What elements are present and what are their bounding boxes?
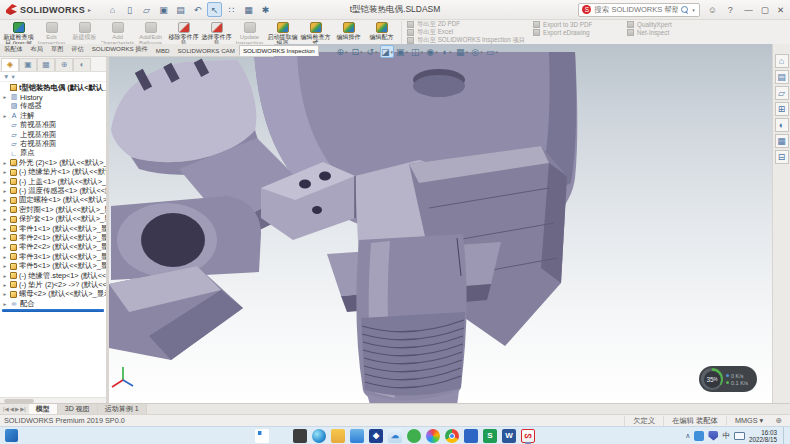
search-button[interactable] [274,429,288,443]
tab-sw-cam[interactable]: SOLIDWORKS CAM [173,45,238,56]
photos-icon[interactable]: ◆ [369,429,383,443]
display-settings-icon[interactable]: ▦ [241,2,256,17]
tree-component[interactable]: ▸ 螺母<2> (默认<<默认>_显示状态 [0,290,106,299]
launch-extraction-editor-button[interactable]: 启动提取编辑器 [266,21,299,44]
tree-origin[interactable]: ▸ ∟ 原点 [0,149,106,158]
print-icon[interactable]: ▤ [173,2,188,17]
expand-arrow-icon[interactable]: ▸ [2,291,8,297]
tree-annotations[interactable]: ▸ A 注解 [0,111,106,120]
export-inspection-project-item[interactable]: 导出至 SOLIDWORKS Inspection 项目 [407,37,529,45]
section-view-icon[interactable]: ◪▾ [380,45,394,58]
solidworks-icon[interactable]: ᔕ [521,429,535,443]
remove-balloons-button[interactable]: 移除零件序号 [167,21,200,44]
add-characteristic-button[interactable]: Add Characteristic [101,21,134,44]
export-edrawing-item[interactable]: Export eDrawing [533,29,623,37]
tree-component[interactable]: ▸ (-) 绝缘管.step<1> (默认<<默认> [0,271,106,280]
expand-arrow-icon[interactable]: ▸ [2,226,8,232]
filter-dropdown-icon[interactable]: ▾ [11,73,14,81]
hide-show-items-icon[interactable]: ◉▾ [425,45,439,58]
sw-resources-icon[interactable]: ⌂ [775,54,789,68]
net-speed-monitor[interactable]: 35% 0 K/s 0.1 K/s [699,366,757,392]
tree-component[interactable]: ▸ 固定螺栓<1> (默认<<默认>_显示状 [0,196,106,205]
tree-mates[interactable]: ▸ ∞ 配合 [0,299,106,308]
comment-icon[interactable]: ▭▾ [485,45,499,58]
tree-component[interactable]: ▸ 密封圈<1> (默认<<默认>_显示状态 [0,205,106,214]
design-library-icon[interactable]: ▤ [775,70,789,84]
help-search-box[interactable]: S ▾ [578,3,700,17]
configurationmanager-tab[interactable]: ▦ [37,58,55,71]
show-desktop-button[interactable] [783,427,786,444]
menu-expand-icon[interactable]: ▸ [88,6,91,13]
tray-chevron-up-icon[interactable]: ∧ [685,432,690,440]
onedrive-icon[interactable]: ☁ [388,429,402,443]
scroll-right-button[interactable]: ▶ [15,406,19,412]
edit-appearance-icon[interactable]: ◐▾ [440,45,454,58]
tree-component[interactable]: ▸ (-) 上盖<1> (默认<<默认>_显示状态 [0,177,106,186]
app-green-icon[interactable] [407,429,421,443]
login-icon[interactable]: ☺ [706,5,718,15]
search-dropdown-icon[interactable]: ▾ [692,7,695,13]
app-menu[interactable]: SOLIDWORKS ▸ [0,4,97,15]
mail-icon[interactable] [350,429,364,443]
search-icon[interactable] [681,6,689,14]
units-selector[interactable]: MMGS ▾ [726,416,771,425]
widgets-icon[interactable] [5,429,18,442]
tab-sw-addins[interactable]: SOLIDWORKS 插件 [88,43,152,56]
expand-arrow-icon[interactable]: ▸ [2,197,8,203]
add-edit-balloons-button[interactable]: Add/Edit Balloons [134,21,167,44]
expand-arrow-icon[interactable]: ▸ [2,179,8,185]
expand-arrow-icon[interactable]: ▸ [2,244,8,250]
graphics-viewport[interactable]: ⊕▾⊡▾↺▾◪▾▣▾◫▾◉▾◐▾▦▾◎▾▭▾ 35% 0 K/s 0.1 K/s [109,44,772,403]
tree-component[interactable]: ▸ 零件3<1> (默认<<默认>_显示状态 [0,252,106,261]
edit-inspection-method-button[interactable]: 编辑检查方式 [299,21,332,44]
net-inspect-item[interactable]: Net-Inspect [627,29,693,37]
chrome-icon[interactable] [445,429,459,443]
view-orientation-icon[interactable]: ▣▾ [395,45,409,58]
display-style-icon[interactable]: ◫▾ [410,45,424,58]
new-inspection-project-button[interactable]: 新建检查项目 (imp:何 [2,21,35,44]
tree-component[interactable]: ▸ 零件2<2> (默认<<默认>_显示状态 [0,243,106,252]
new-document-icon[interactable]: ▯ [122,2,137,17]
dimxpertmanager-tab[interactable]: ⊕ [55,58,73,71]
view-settings-icon[interactable]: ◎▾ [470,45,484,58]
displaymanager-tab[interactable]: ◐ [73,58,91,71]
tree-history[interactable]: ▸ ▥ History [0,92,106,101]
tree-component[interactable]: ▸ (-) 绝缘垫片<1> (默认<<默认>_显示 [0,168,106,177]
model-tab[interactable]: 模型 [29,404,58,414]
search-input[interactable] [594,5,678,14]
expand-arrow-icon[interactable]: ▸ [2,216,8,222]
panel-scrollbar[interactable] [0,397,106,403]
apply-scene-icon[interactable]: ▦▾ [455,45,469,58]
expand-arrow-icon[interactable]: ▸ [2,301,8,307]
app-blue-icon[interactable] [464,429,478,443]
tab-sketch[interactable]: 草图 [47,43,67,56]
export-3d-pdf-item[interactable]: Export to 3D PDF [533,21,623,29]
expand-arrow-icon[interactable]: ▸ [2,254,8,260]
close-button[interactable]: ✕ [777,5,784,15]
scroll-first-button[interactable]: |◀ [3,406,9,412]
minimize-button[interactable]: — [744,5,753,15]
scroll-last-button[interactable]: ▶| [20,406,26,412]
tree-component[interactable]: ▸ 零件5<1> (默认<<默认>_显示状态 [0,261,106,270]
tree-right-plane[interactable]: ▸ ▱ 右视基准面 [0,139,106,148]
save-icon[interactable]: ▣ [156,2,171,17]
tree-top-plane[interactable]: ▸ ▱ 上视基准面 [0,130,106,139]
browser-360-icon[interactable] [426,429,440,443]
update-inspection-project-button[interactable]: Update Inspection Project [233,21,266,44]
tree-component[interactable]: ▸ 零件1<1> (默认<<默认>_显示状态 [0,224,106,233]
edit-recipe-button[interactable]: 编辑配方 [365,21,398,44]
expand-arrow-icon[interactable]: ▸ [2,235,8,241]
rollback-bar[interactable] [2,309,104,312]
expand-arrow-icon[interactable]: ▸ [2,273,8,279]
tab-evaluate[interactable]: 评估 [67,43,87,56]
edge-icon[interactable] [312,429,326,443]
filter-funnel-icon[interactable]: ▼ [3,73,9,80]
appearances-icon[interactable]: ◐ [775,118,789,132]
start-button[interactable] [255,429,269,443]
ime-language-button[interactable]: 中 [722,431,730,441]
open-icon[interactable]: ▱ [139,2,154,17]
tree-sensor-folder[interactable]: ▸ ▨ 传感器 [0,102,106,111]
export-excel-item[interactable]: 导出至 Excel [407,29,529,37]
tree-front-plane[interactable]: ▸ ▱ 前视基准面 [0,121,106,130]
new-template-button[interactable]: 新建模板 [68,21,101,44]
